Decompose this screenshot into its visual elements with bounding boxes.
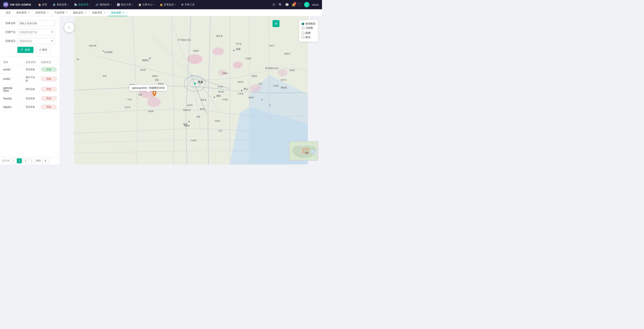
svg-text:隆化县: 隆化县: [216, 35, 223, 37]
svg-text:滦南市: 滦南市: [248, 97, 254, 99]
table-row[interactable]: ws432 直连设备 在线: [0, 65, 60, 74]
fullscreen-icon[interactable]: ⛶: [298, 3, 301, 6]
status-select[interactable]: 请选择状态: [18, 38, 55, 44]
standard-layer-option[interactable]: 标准图层: [302, 22, 316, 26]
satellite-layer-radio[interactable]: [302, 27, 304, 29]
close-icon-device-map[interactable]: ✕: [123, 12, 124, 14]
search-button[interactable]: 🔍 搜索: [18, 47, 34, 53]
svg-text:丘县: 丘县: [218, 130, 222, 132]
nav-label-rules: 规则链库: [100, 3, 110, 6]
avatar: A: [304, 2, 310, 7]
search-btn-icon: 🔍: [21, 49, 24, 52]
table-row[interactable]: TestTcp 直连设备 离线: [0, 94, 60, 103]
tab-menus[interactable]: 菜单管理 ✕: [33, 9, 52, 16]
device-name-label: 设备名称: [5, 22, 16, 25]
page-2-button[interactable]: 2: [23, 158, 28, 163]
map-area[interactable]: 北京 承德 张家口 廊坊 保定 唐山 秦皇岛 隆化: [60, 16, 322, 165]
dashboard-icon: 📊: [117, 3, 120, 6]
status-badge: 在线: [41, 67, 56, 72]
svg-text:河间县: 河间县: [191, 139, 197, 142]
tab-services[interactable]: 服务监控 ✕: [70, 9, 90, 16]
notification-icon[interactable]: 🔔 1: [292, 3, 296, 7]
traffic-option[interactable]: 路况: [302, 36, 316, 39]
nav-item-rules[interactable]: 🔗 规则链库 ▾: [93, 2, 114, 8]
road-network-option[interactable]: 路网: [302, 31, 316, 35]
nav-item-dashboard[interactable]: 📊 组态大屏 ▾: [114, 2, 135, 8]
tab-home[interactable]: 首页: [3, 9, 14, 16]
tab-products[interactable]: 产品管理 ✕: [52, 9, 70, 16]
message-icon[interactable]: 💬: [285, 3, 289, 7]
tab-devices[interactable]: 设备管理 ✕: [90, 9, 108, 16]
svg-point-2: [187, 54, 203, 64]
tasks-icon: 📋: [138, 3, 142, 6]
satellite-layer-label: 卫星图: [306, 26, 313, 30]
page-1-button[interactable]: 1: [17, 158, 22, 163]
close-icon-roles[interactable]: ✕: [28, 12, 30, 14]
nav-item-home[interactable]: 🏠 首页: [36, 2, 50, 8]
prev-page-button[interactable]: ‹: [10, 158, 16, 163]
nav-item-system[interactable]: ⚙️ 系统设置 ▾: [50, 2, 71, 8]
table-row[interactable]: gateway4353 网关设备 离线: [0, 85, 60, 94]
col-name: 名称: [3, 61, 26, 64]
road-network-checkbox[interactable]: [302, 32, 304, 35]
logo-icon: XM: [3, 2, 8, 7]
nav-label-dashboard: 组态大屏: [121, 3, 131, 6]
logo-area[interactable]: XM XM-GO-ADMIN: [3, 2, 31, 7]
page-input[interactable]: [42, 158, 49, 163]
next-page-button[interactable]: ›: [29, 158, 34, 163]
device-name-input[interactable]: [18, 20, 55, 26]
admin-name: admin: [312, 3, 319, 6]
close-icon-products[interactable]: ✕: [66, 12, 68, 14]
road-network-label: 路网: [306, 31, 310, 35]
svg-point-20: [188, 121, 190, 122]
svg-text:凌源市: 凌源市: [289, 69, 295, 71]
traffic-checkbox[interactable]: [302, 36, 304, 39]
nav-item-alerts[interactable]: 🔔 告警监控 ▾: [158, 2, 178, 8]
total-text: 共 9 条: [2, 159, 10, 162]
nav-item-devtools[interactable]: 🛠 开发工具: [179, 2, 197, 8]
add-icon[interactable]: ➕: [272, 3, 276, 7]
svg-text:秦皇岛: 秦皇岛: [281, 86, 287, 89]
reset-button[interactable]: ↺ 重置: [35, 47, 51, 53]
svg-text:涞源县: 涞源县: [148, 110, 154, 112]
svg-point-9: [278, 69, 288, 76]
tab-roles[interactable]: 角色管理 ✕: [14, 9, 33, 16]
form-row-product: 所属产品 请选择所属产品: [5, 29, 55, 35]
svg-point-3: [212, 47, 224, 55]
settings-icon: ⚙️: [52, 3, 56, 6]
nav-item-device[interactable]: 📡 设备管理 ▾: [72, 2, 92, 8]
nav-label-devtools: 开发工具: [185, 3, 195, 6]
svg-text:三河市: 三河市: [217, 86, 223, 88]
svg-text:抚宁区: 抚宁区: [280, 79, 286, 81]
svg-text:承德: 承德: [236, 48, 240, 51]
svg-text:承德县: 承德县: [246, 57, 251, 60]
close-icon-devices[interactable]: ✕: [104, 12, 106, 14]
map-settings-button[interactable]: ⚙: [272, 20, 280, 27]
tab-device-map-label: 设备地图: [111, 11, 121, 15]
svg-text:迁西县: 迁西县: [251, 75, 257, 77]
nav-item-tasks[interactable]: 📋 任务中心 ▾: [136, 2, 157, 8]
satellite-layer-option[interactable]: 卫星图: [302, 26, 316, 30]
close-icon-services[interactable]: ✕: [85, 12, 86, 14]
search-icon[interactable]: 🔍: [278, 3, 282, 7]
tab-device-map[interactable]: 设备地图 ✕: [108, 9, 127, 16]
svg-text:霸州市: 霸州市: [200, 108, 206, 110]
table-row[interactable]: ctr453 网关子设备 离线: [0, 74, 60, 85]
product-select[interactable]: 请选择所属产品: [18, 29, 55, 35]
map-pin-gateway4353[interactable]: [152, 91, 157, 98]
goto-text: 前往: [36, 159, 41, 162]
close-icon-menus[interactable]: ✕: [47, 12, 49, 14]
svg-text:大城县: 大城县: [214, 120, 220, 122]
mini-map-svg: 北京: [290, 142, 318, 161]
svg-point-70: [154, 92, 155, 93]
tooltip-text: gateway4353 - 智能网关4353: [132, 86, 165, 89]
svg-text:高碑店市: 高碑店市: [183, 109, 191, 111]
tab-services-label: 服务监控: [73, 11, 83, 15]
svg-text:唐山: 唐山: [244, 88, 248, 90]
svg-text:固安县: 固安县: [201, 99, 206, 101]
device-name-cell: ctr453: [3, 78, 26, 80]
standard-layer-radio[interactable]: [302, 23, 304, 25]
table-row[interactable]: httpde1 直连设备 离线: [0, 103, 60, 111]
logo-text: XM-GO-ADMIN: [10, 3, 31, 6]
svg-text:海: 海: [269, 104, 271, 106]
